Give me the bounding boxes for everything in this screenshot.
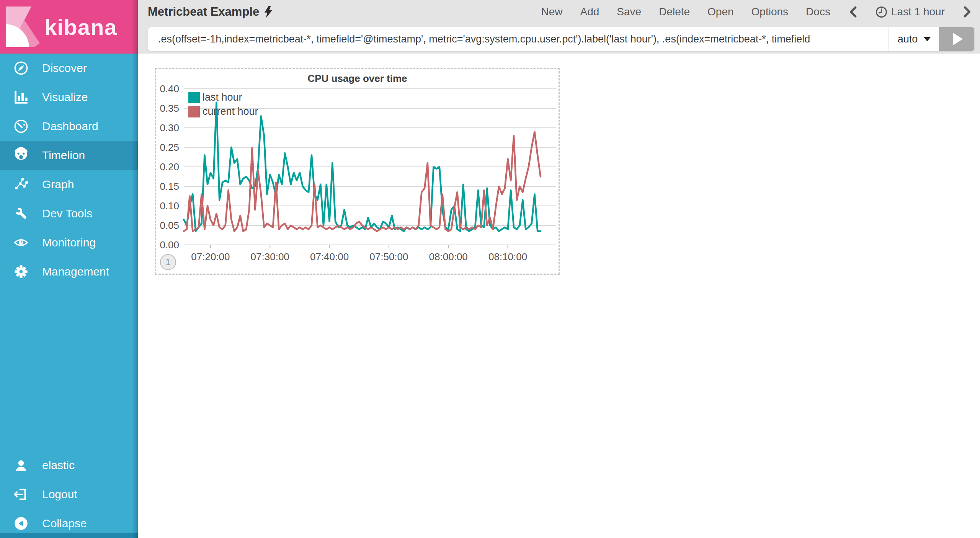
legend-label: last hour — [203, 91, 242, 103]
legend-label: current hour — [203, 106, 258, 117]
interval-value: auto — [898, 33, 918, 45]
sidebar-item-visualize[interactable]: Visualize — [0, 83, 138, 112]
sidebar-item-management[interactable]: Management — [0, 257, 138, 286]
svg-text:0.15: 0.15 — [160, 181, 179, 192]
sheet-title: Metricbeat Example — [148, 5, 272, 19]
menu-item-delete[interactable]: Delete — [659, 6, 690, 18]
interval-select[interactable]: auto — [889, 27, 939, 51]
timelion-cell[interactable]: 0.000.050.100.150.200.250.300.350.4007:2… — [155, 68, 560, 275]
timepicker-label: Last 1 hour — [891, 6, 945, 18]
sidebar-item-timelion[interactable]: Timelion — [0, 141, 138, 170]
sidebar-item-label: Management — [42, 265, 109, 278]
sidebar-item-label: Dev Tools — [42, 207, 92, 220]
bar-chart-icon — [0, 88, 42, 106]
sidebar-item-label: Collapse — [42, 517, 87, 530]
clock-icon — [875, 6, 887, 18]
sidebar: kibana Discover Visualize Dashboard Time… — [0, 0, 138, 538]
menu-item-open[interactable]: Open — [707, 6, 734, 18]
wrench-icon — [0, 205, 42, 222]
svg-text:0.30: 0.30 — [160, 122, 179, 134]
kibana-logo-mark — [6, 7, 40, 47]
sidebar-bottom-strip — [0, 533, 138, 538]
svg-text:0.10: 0.10 — [160, 200, 179, 212]
svg-text:0.25: 0.25 — [160, 142, 179, 153]
sidebar-item-logout[interactable]: Logout — [0, 480, 138, 509]
sidebar-footer: elastic Logout Collapse — [0, 451, 138, 538]
logout-icon — [0, 486, 42, 503]
timelion-expression-input[interactable] — [148, 27, 889, 51]
svg-text:08:10:00: 08:10:00 — [488, 251, 527, 262]
svg-text:0.40: 0.40 — [160, 83, 179, 95]
svg-text:0.20: 0.20 — [160, 161, 179, 173]
sidebar-item-label: Timelion — [42, 149, 85, 162]
compass-icon — [0, 59, 42, 77]
toolbar-menu: New Add Save Delete Open Options Docs La… — [541, 5, 972, 18]
sidebar-item-monitoring[interactable]: Monitoring — [0, 228, 138, 257]
svg-text:07:40:00: 07:40:00 — [310, 251, 349, 262]
svg-text:08:00:00: 08:00:00 — [429, 251, 468, 262]
sidebar-item-discover[interactable]: Discover — [0, 54, 138, 83]
timelion-query-bar: auto — [148, 27, 975, 51]
sidebar-item-label: elastic — [42, 459, 75, 472]
timepicker-forward-button[interactable] — [962, 5, 972, 18]
sidebar-item-label: Logout — [42, 488, 77, 501]
legend-item-last-hour[interactable]: last hour — [188, 90, 258, 104]
timelion-bear-icon — [0, 147, 42, 164]
sidebar-item-label: Graph — [42, 178, 74, 191]
svg-text:07:30:00: 07:30:00 — [251, 251, 289, 262]
legend-swatch — [188, 106, 200, 117]
svg-text:0.35: 0.35 — [160, 103, 179, 114]
play-icon — [953, 33, 963, 45]
gear-icon — [0, 263, 42, 280]
sidebar-nav: Discover Visualize Dashboard Timelion Gr… — [0, 54, 138, 286]
svg-text:07:20:00: 07:20:00 — [191, 251, 230, 262]
collapse-icon — [0, 515, 42, 532]
menu-item-add[interactable]: Add — [580, 6, 599, 18]
sidebar-item-label: Discover — [42, 62, 87, 75]
sheet-title-text: Metricbeat Example — [148, 5, 259, 19]
chart-title: CPU usage over time — [156, 73, 559, 85]
lightning-icon — [265, 6, 272, 18]
kibana-logo-text: kibana — [44, 14, 117, 40]
svg-text:0.00: 0.00 — [160, 239, 179, 251]
timepicker[interactable]: Last 1 hour — [875, 6, 945, 18]
svg-text:07:50:00: 07:50:00 — [369, 251, 408, 262]
timelion-sheet: 0.000.050.100.150.200.250.300.350.4007:2… — [138, 54, 980, 538]
menu-item-save[interactable]: Save — [617, 6, 641, 18]
sidebar-item-label: Dashboard — [42, 120, 98, 133]
cell-index-badge: 1 — [160, 254, 176, 270]
topbar: Metricbeat Example New Add Save Delete O… — [138, 0, 980, 54]
menu-item-new[interactable]: New — [541, 6, 562, 18]
menu-item-docs[interactable]: Docs — [806, 6, 830, 18]
chart-legend: last hour current hour — [188, 90, 258, 119]
legend-item-current-hour[interactable]: current hour — [188, 104, 258, 119]
svg-text:0.05: 0.05 — [160, 220, 179, 231]
sidebar-item-dashboard[interactable]: Dashboard — [0, 112, 138, 141]
sidebar-item-label: Visualize — [42, 91, 88, 104]
chevron-right-icon — [962, 5, 972, 18]
timepicker-back-button[interactable] — [848, 5, 858, 18]
toolbar: Metricbeat Example New Add Save Delete O… — [138, 0, 980, 24]
sidebar-item-label: Monitoring — [42, 236, 96, 249]
interval-caret-icon — [924, 37, 931, 41]
sidebar-item-user-elastic[interactable]: elastic — [0, 451, 138, 480]
run-button[interactable] — [939, 27, 974, 51]
legend-swatch — [188, 92, 200, 103]
kibana-logo[interactable]: kibana — [0, 0, 138, 54]
sidebar-item-graph[interactable]: Graph — [0, 170, 138, 199]
graph-icon — [0, 176, 42, 193]
dashboard-icon — [0, 117, 42, 135]
sidebar-item-dev-tools[interactable]: Dev Tools — [0, 199, 138, 228]
menu-item-options[interactable]: Options — [751, 6, 789, 18]
chevron-left-icon — [848, 5, 858, 18]
user-icon — [0, 456, 42, 474]
eye-icon — [0, 234, 42, 251]
